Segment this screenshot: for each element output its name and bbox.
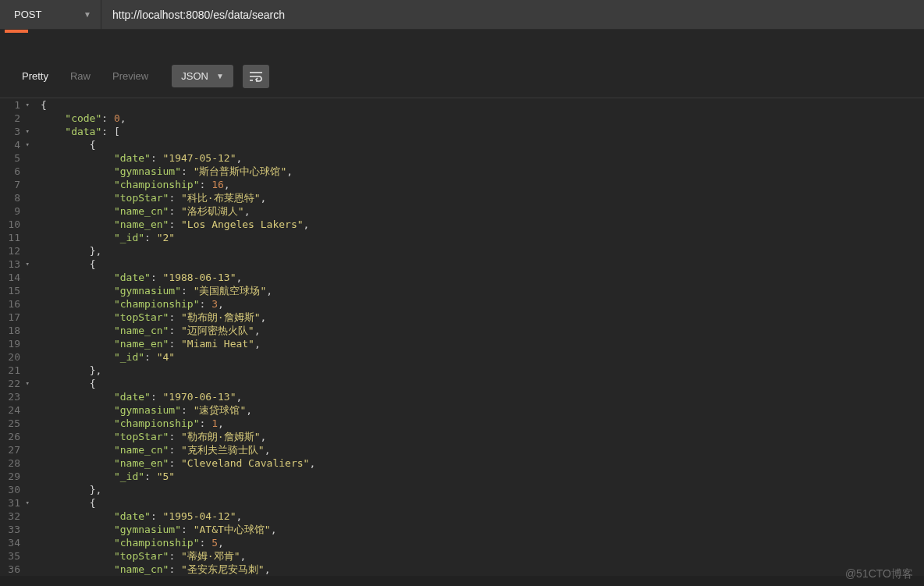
line-number: 20 [0,350,30,364]
code-line: "gymnasium": "AT&T中心球馆", [41,523,919,536]
line-number: 17 [0,311,30,324]
tab-preview[interactable]: Preview [101,64,159,88]
code-line: "_id": "5" [41,470,919,483]
line-number: 23 [0,390,30,403]
line-number: 27 [0,443,30,456]
code-line: "_id": "2" [41,231,919,244]
code-line: "gymnasium": "美国航空球场", [41,284,919,297]
code-line: "topStar": "蒂姆·邓肯", [41,549,919,563]
active-tab-indicator [5,30,28,33]
wrap-lines-button[interactable] [243,65,269,88]
line-number: 8 [0,191,30,204]
tab-pretty[interactable]: Pretty [11,64,59,88]
code-line: "code": 0, [41,112,919,125]
code-line: "name_en": "Cleveland Cavaliers", [41,456,919,470]
request-bar: POST ▼ [0,0,924,30]
line-number: 16 [0,297,30,311]
fold-icon[interactable]: ▾ [23,98,30,112]
wrap-icon [249,71,263,82]
line-number: 3▾ [0,125,30,138]
line-number: 36 [0,563,30,576]
code-line: "date": "1970-06-13", [41,390,919,403]
code-editor[interactable]: 1▾23▾4▾5678910111213▾141516171819202122▾… [0,98,924,576]
code-line: "name_cn": "洛杉矶湖人", [41,204,919,218]
response-view-bar: Pretty Raw Preview JSON ▼ [0,53,924,98]
line-number: 5 [0,151,30,165]
code-line: "name_en": "Miami Heat", [41,337,919,350]
code-line: "date": "1988-06-13", [41,271,919,284]
line-number: 19 [0,337,30,350]
line-number: 24 [0,403,30,417]
line-number: 6 [0,165,30,178]
code-line: "topStar": "勒布朗·詹姆斯", [41,311,919,324]
code-line: { [41,377,919,390]
line-gutter: 1▾23▾4▾5678910111213▾141516171819202122▾… [0,98,36,576]
tab-raw[interactable]: Raw [59,64,101,88]
url-input[interactable] [101,0,924,29]
line-number: 13▾ [0,257,30,271]
line-number: 33 [0,523,30,536]
line-number: 2 [0,112,30,125]
format-value: JSON [181,70,208,82]
code-line: { [41,257,919,271]
code-line: }, [41,364,919,377]
http-method-select[interactable]: POST ▼ [0,0,101,29]
line-number: 22▾ [0,377,30,390]
code-line: "data": [ [41,125,919,138]
code-line: "gymnasium": "斯台普斯中心球馆", [41,165,919,178]
http-method-value: POST [14,9,41,20]
line-number: 18 [0,324,30,337]
line-number: 25 [0,417,30,430]
line-number: 35 [0,549,30,563]
code-line: "name_cn": "克利夫兰骑士队", [41,443,919,456]
format-select[interactable]: JSON ▼ [172,65,233,87]
line-number: 21 [0,364,30,377]
code-line: }, [41,483,919,496]
line-number: 1▾ [0,98,30,112]
fold-icon[interactable]: ▾ [23,138,30,151]
code-line: "_id": "4" [41,350,919,364]
line-number: 26 [0,430,30,443]
line-number: 10 [0,218,30,231]
code-line: "topStar": "科比·布莱恩特", [41,191,919,204]
line-number: 30 [0,483,30,496]
code-line: { [41,138,919,151]
line-number: 15 [0,284,30,297]
line-number: 32 [0,510,30,523]
code-line: { [41,496,919,510]
chevron-down-icon: ▼ [216,72,224,80]
chevron-down-icon: ▼ [84,10,91,19]
line-number: 9 [0,204,30,218]
line-number: 28 [0,456,30,470]
code-line: }, [41,244,919,257]
code-line: "championship": 16, [41,178,919,191]
code-line: "name_cn": "迈阿密热火队", [41,324,919,337]
code-line: "topStar": "勒布朗·詹姆斯", [41,430,919,443]
code-line: "name_cn": "圣安东尼安马刺", [41,563,919,576]
code-line: "date": "1995-04-12", [41,510,919,523]
code-line: { [41,98,919,112]
line-number: 11 [0,231,30,244]
line-number: 14 [0,271,30,284]
line-number: 4▾ [0,138,30,151]
code-area[interactable]: { "code": 0, "data": [ { "date": "1947-0… [36,98,924,576]
code-line: "date": "1947-05-12", [41,151,919,165]
line-number: 12 [0,244,30,257]
code-line: "championship": 3, [41,297,919,311]
fold-icon[interactable]: ▾ [23,496,30,510]
line-number: 29 [0,470,30,483]
code-line: "championship": 5, [41,536,919,549]
code-line: "championship": 1, [41,417,919,430]
fold-icon[interactable]: ▾ [23,257,30,271]
tab-strip [0,30,924,53]
fold-icon[interactable]: ▾ [23,377,30,390]
code-line: "gymnasium": "速贷球馆", [41,403,919,417]
line-number: 7 [0,178,30,191]
fold-icon[interactable]: ▾ [23,125,30,138]
line-number: 34 [0,536,30,549]
line-number: 31▾ [0,496,30,510]
watermark-text: @51CTO博客 [845,567,913,581]
code-line: "name_en": "Los Angeles Lakers", [41,218,919,231]
